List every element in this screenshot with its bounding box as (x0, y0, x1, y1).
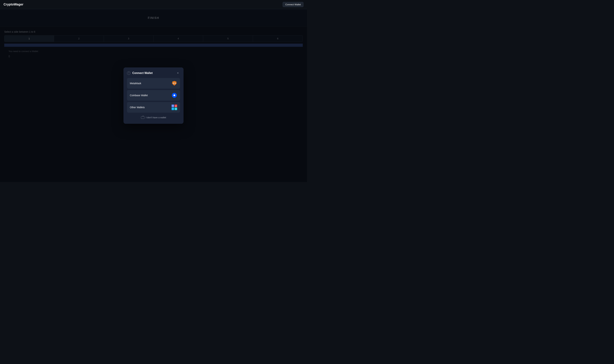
metamask-icon (172, 80, 177, 86)
coinbase-label: Coinbase Wallet (130, 94, 148, 97)
modal-header: ? Connect Wallet × (127, 71, 180, 75)
metamask-wallet-option[interactable]: MetaMask (127, 78, 180, 89)
connect-wallet-header-button[interactable]: Connect Wallet (283, 2, 304, 7)
svg-point-9 (175, 83, 175, 83)
main-content: FINISH Select a side between 1 to 6 1 2 … (0, 9, 307, 182)
other-wallets-label: Other Wallets (130, 106, 145, 109)
ow-cell-other (174, 107, 177, 110)
no-wallet-link[interactable]: I don't have a wallet (127, 115, 180, 120)
coinbase-icon (172, 92, 177, 98)
ow-cell-eth (172, 104, 174, 107)
other-wallets-icon (172, 104, 177, 110)
wallet-icon-small (141, 116, 145, 119)
help-icon[interactable]: ? (127, 71, 131, 75)
ow-cell-avax (174, 104, 177, 107)
metamask-label: MetaMask (130, 82, 141, 85)
coinbase-wallet-option[interactable]: Coinbase Wallet (127, 90, 180, 101)
modal-title: Connect Wallet (132, 71, 153, 75)
other-wallets-option[interactable]: Other Wallets (127, 102, 180, 113)
app-logo: CryptoWager (3, 3, 23, 6)
ow-cell-algo (172, 107, 174, 110)
modal-header-left: ? Connect Wallet (127, 71, 153, 75)
header: CryptoWager Connect Wallet (0, 0, 307, 9)
svg-marker-14 (175, 105, 176, 106)
svg-rect-16 (173, 108, 173, 109)
svg-point-17 (175, 108, 176, 109)
connect-wallet-modal: ? Connect Wallet × MetaMask (123, 67, 184, 124)
svg-marker-1 (173, 81, 176, 83)
close-icon[interactable]: × (176, 71, 180, 75)
svg-point-8 (174, 83, 174, 83)
modal-overlay: ? Connect Wallet × MetaMask (0, 9, 307, 182)
no-wallet-text: I don't have a wallet (146, 116, 166, 119)
